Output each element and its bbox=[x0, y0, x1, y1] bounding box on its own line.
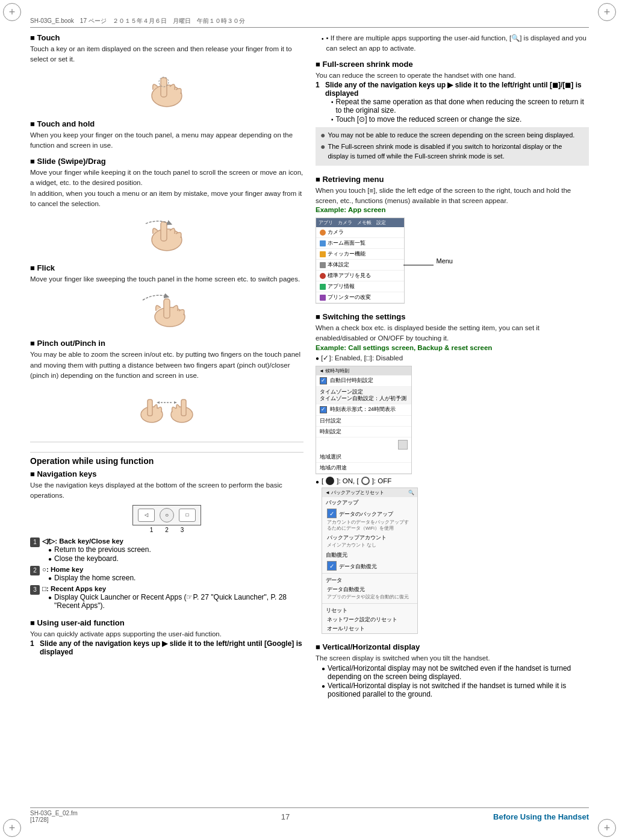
bullet-dot: • bbox=[331, 99, 334, 114]
section-vertical: Vertical/Horizontal display The screen d… bbox=[316, 642, 589, 698]
backup-row-5: ネットワーク設定のリセット bbox=[322, 615, 417, 624]
nav-label-1: 1 bbox=[150, 527, 154, 533]
nav-item-3: 3 □: Recent Apps key ● Display Quick Lau… bbox=[30, 585, 303, 610]
app-row-1-text: カメラ bbox=[328, 228, 344, 236]
backup-section-reset2: リセット bbox=[322, 605, 417, 615]
nav-item-3-title: □: Recent Apps key bbox=[42, 585, 106, 592]
vertical-title: Vertical/Horizontal display bbox=[316, 642, 589, 651]
user-aid-note-text: • If there are multiple apps supporting … bbox=[326, 33, 589, 54]
nav-key-home: ○ bbox=[160, 508, 174, 522]
step-title-fs1: Slide any of the navigation keys up ▶ sl… bbox=[325, 81, 582, 98]
settings-row-6: 地域選択 bbox=[316, 452, 411, 463]
fullscreen-note2-text: The Full-screen shrink mode is disabled … bbox=[328, 142, 584, 161]
nav-keys-title: Navigation keys bbox=[30, 469, 303, 478]
app-row-3: ティッカー機能 bbox=[316, 249, 404, 260]
nav-item-3-bullet-1: ● Display Quick Launcher or Recent Apps … bbox=[48, 593, 303, 610]
bullet-dot: ● bbox=[48, 547, 52, 554]
nav-item-2-body: ○: Home key ● Display the home screen. bbox=[42, 565, 135, 583]
nav-keys-image: ◁ ○ □ 1 2 3 bbox=[30, 505, 303, 533]
slide-gesture-svg bbox=[128, 213, 206, 252]
flick-gesture-image bbox=[30, 288, 303, 329]
app-row-1: カメラ bbox=[316, 227, 404, 238]
svg-rect-10 bbox=[181, 400, 186, 416]
settings-header: ◄ 候時与時刻 bbox=[316, 366, 411, 375]
svg-rect-6 bbox=[164, 299, 170, 318]
settings-row-5-text: 時刻設定 bbox=[320, 428, 341, 434]
corner-mark-bl bbox=[3, 819, 21, 837]
svg-marker-11 bbox=[157, 401, 160, 404]
bullet-dot: ● bbox=[48, 594, 52, 610]
settings-row-1-text: 自動日付時刻設定 bbox=[330, 377, 373, 383]
svg-rect-8 bbox=[148, 400, 152, 416]
bullet-dot: ● bbox=[322, 665, 325, 681]
pinch-gesture-svg bbox=[128, 384, 206, 427]
backup-row-3: ✓ データ自動復元 bbox=[322, 560, 417, 572]
nav-item-1-b2-text: Close the keyboard. bbox=[54, 554, 119, 563]
backup-row-2: バックアップアカウント bbox=[322, 533, 417, 542]
on-label: ]: ON, [ bbox=[337, 477, 358, 484]
backup-row-1: ✓ データのバックアップ bbox=[322, 507, 417, 519]
section-fullscreen: Full-screen shrink mode You can reduce t… bbox=[316, 60, 589, 169]
vertical-b1-text: Vertical/Horizontal display may not be s… bbox=[328, 664, 589, 681]
nav-key-back: ◁ bbox=[138, 509, 155, 522]
settings-row-7-text: 地域の用途 bbox=[320, 465, 347, 471]
backup-row-4: データ自動復元 bbox=[322, 585, 417, 594]
footer: SH-03G_E_02.fm[17/28] 17 Before Using th… bbox=[30, 807, 589, 823]
switching-enabled-text: [✓]: Enabled, [□]: Disabled bbox=[321, 354, 403, 362]
fullscreen-notes: ● You may not be able to reduce the scre… bbox=[316, 127, 589, 166]
circle-off-icon bbox=[361, 477, 370, 485]
app-screen-wrapper: アプリ カメラ メモ帳 設定 カメラ ホーム画面一覧 ティッカー機能 bbox=[316, 215, 405, 306]
nav-item-1-title: ◁/▷: Back key/Close key bbox=[42, 538, 123, 545]
svg-marker-12 bbox=[174, 401, 177, 404]
vertical-b2: ● Vertical/Horizontal display is not swi… bbox=[322, 682, 589, 698]
left-column: Touch Touch a key or an item displayed o… bbox=[30, 33, 303, 807]
main-content: Touch Touch a key or an item displayed o… bbox=[30, 33, 589, 807]
nav-box: ◁ ○ □ bbox=[132, 505, 201, 525]
touch-gesture-svg bbox=[128, 69, 206, 108]
switching-enabled-label: ● [✓]: Enabled, [□]: Disabled bbox=[316, 353, 589, 363]
app-icon-3 bbox=[320, 251, 326, 257]
touch-hold-title: Touch and hold bbox=[30, 119, 303, 128]
fullscreen-b2-text: Touch [⊙] to move the reduced screen or … bbox=[336, 115, 522, 124]
pinch-title: Pinch out/Pinch in bbox=[30, 339, 303, 348]
fullscreen-note1: ● You may not be able to reduce the scre… bbox=[320, 130, 584, 140]
settings-header-label: ◄ 候時与時刻 bbox=[319, 368, 349, 374]
backup-divider bbox=[322, 573, 417, 574]
pinch-body: You may be able to zoom the screen in/ou… bbox=[30, 349, 303, 381]
slide-gesture-image bbox=[30, 213, 303, 254]
retrieving-example-label: Example: App screen bbox=[316, 206, 589, 213]
step-num-fs1: 1 bbox=[316, 81, 323, 124]
nav-item-1-bullet-2: ● Close the keyboard. bbox=[48, 554, 151, 563]
section-operation: Operation while using function Navigatio… bbox=[30, 446, 303, 612]
user-aid-note-bullet: • • If there are multiple apps supportin… bbox=[322, 33, 589, 54]
step-body-1: Slide any of the navigation keys up ▶ sl… bbox=[40, 639, 303, 656]
touch-body: Touch a key or an item displayed on the … bbox=[30, 44, 303, 65]
vertical-b1: ● Vertical/Horizontal display may not be… bbox=[322, 664, 589, 681]
footer-right: Before Using the Handset bbox=[493, 812, 589, 821]
nav-keys-body: Use the navigation keys displayed at the… bbox=[30, 480, 303, 501]
fullscreen-b2: • Touch [⊙] to move the reduced screen o… bbox=[331, 115, 589, 124]
user-aid-title: Using user-aid function bbox=[30, 618, 303, 627]
retrieving-body: When you touch [≡], slide the left edge … bbox=[316, 186, 589, 207]
section-retrieving: Retrieving menu When you touch [≡], slid… bbox=[316, 175, 589, 307]
slide-title: Slide (Swipe)/Drag bbox=[30, 157, 303, 166]
section-slide: Slide (Swipe)/Drag Move your finger whil… bbox=[30, 157, 303, 257]
section-divider bbox=[30, 442, 303, 442]
bullet-dot: ● bbox=[48, 575, 52, 582]
settings-row-5: 時刻設定 bbox=[316, 427, 411, 437]
nav-item-1-bullet-1: ● Return to the previous screen. bbox=[48, 545, 151, 554]
backup-section-personal2: データ bbox=[322, 575, 417, 585]
nav-item-2-b1-text: Display the home screen. bbox=[54, 574, 135, 582]
settings-row-7: 地域の用途 bbox=[316, 463, 411, 474]
section-switching: Switching the settings When a check box … bbox=[316, 312, 589, 636]
toggle-box-1: ✓ bbox=[327, 509, 337, 518]
settings-row-1: ✓ 自動日付時刻設定 bbox=[316, 375, 411, 387]
svg-rect-1 bbox=[161, 78, 167, 97]
user-aid-step1: 1 Slide any of the navigation keys up ▶ … bbox=[30, 639, 303, 656]
section-flick: Flick Move your finger like sweeping the… bbox=[30, 263, 303, 333]
corner-mark-br bbox=[598, 819, 616, 837]
app-screenshot: アプリ カメラ メモ帳 設定 カメラ ホーム画面一覧 ティッカー機能 bbox=[316, 218, 405, 304]
backup-header-text: ◄ バックアップとリセット bbox=[325, 489, 384, 496]
nav-item-2-bullet-1: ● Display the home screen. bbox=[48, 574, 135, 582]
backup-row-6: オールリセット bbox=[322, 624, 417, 633]
